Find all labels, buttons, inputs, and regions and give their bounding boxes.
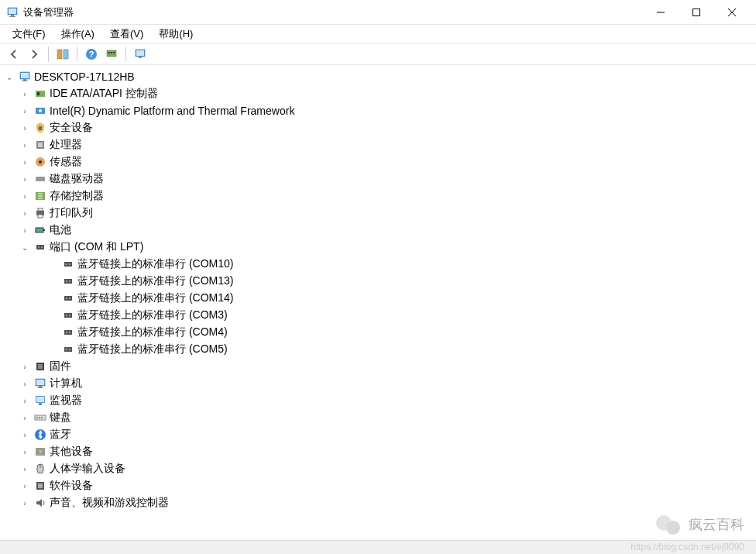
svg-rect-2: [11, 15, 14, 16]
tree-category[interactable]: ›计算机: [0, 375, 756, 392]
device-tree[interactable]: ⌄DESKTOP-17L12HB›IDE ATA/ATAPI 控制器›Intel…: [0, 65, 756, 540]
category-label: 声音、视频和游戏控制器: [50, 496, 169, 510]
minimize-icon: [657, 9, 665, 16]
expand-arrow-icon[interactable]: ›: [19, 207, 31, 219]
properties-button[interactable]: [131, 45, 149, 64]
tree-category[interactable]: ›处理器: [0, 136, 756, 153]
expand-arrow-icon[interactable]: ›: [19, 480, 31, 492]
menu-view[interactable]: 查看(V): [102, 26, 151, 43]
menubar: 文件(F) 操作(A) 查看(V) 帮助(H): [0, 25, 756, 43]
tree-category[interactable]: ›监视器: [0, 392, 756, 409]
scan-hardware-icon: [105, 48, 118, 60]
tree-category[interactable]: ›人体学输入设备: [0, 460, 756, 477]
tree-category[interactable]: ›软件设备: [0, 477, 756, 494]
svg-rect-29: [38, 143, 43, 147]
svg-point-47: [66, 280, 67, 282]
scan-button[interactable]: [102, 45, 121, 64]
maximize-button[interactable]: [679, 0, 714, 25]
svg-rect-69: [39, 403, 42, 405]
expand-arrow-icon[interactable]: ›: [19, 463, 31, 475]
expand-arrow-icon[interactable]: ›: [19, 394, 31, 407]
expand-arrow-icon[interactable]: ›: [19, 446, 31, 458]
expand-arrow-icon[interactable]: ›: [19, 428, 31, 441]
tree-category[interactable]: ›蓝牙: [0, 426, 756, 443]
svg-rect-68: [36, 397, 44, 402]
expand-arrow-icon[interactable]: ›: [19, 88, 31, 100]
svg-rect-8: [57, 50, 62, 59]
wechat-icon: [655, 511, 682, 539]
root-label: DESKTOP-17L12HB: [34, 71, 135, 83]
expand-arrow-icon[interactable]: ›: [19, 411, 31, 424]
svg-point-53: [66, 315, 67, 316]
expand-arrow-icon[interactable]: ›: [19, 105, 31, 117]
menu-action[interactable]: 操作(A): [53, 26, 102, 43]
expand-arrow-icon[interactable]: ›: [19, 173, 31, 185]
svg-point-26: [39, 109, 42, 112]
tree-device[interactable]: 蓝牙链接上的标准串行 (COM5): [0, 341, 756, 358]
expand-arrow-icon[interactable]: ›: [19, 224, 31, 236]
tree-category[interactable]: ›存储控制器: [0, 188, 756, 205]
tree-category[interactable]: ›固件: [0, 358, 756, 375]
svg-rect-21: [23, 79, 26, 81]
category-label: Intel(R) Dynamic Platform and Thermal Fr…: [50, 105, 294, 117]
tree-category[interactable]: ›IDE ATA/ATAPI 控制器: [0, 85, 756, 102]
tree-category[interactable]: ⌄端口 (COM 和 LPT): [0, 239, 756, 256]
toolbar-separator: [77, 46, 77, 62]
category-label: 人体学输入设备: [50, 462, 125, 476]
tree-category[interactable]: ›键盘: [0, 409, 756, 426]
expand-arrow-icon[interactable]: ⌄: [3, 71, 15, 83]
expand-arrow-icon[interactable]: ›: [19, 122, 31, 134]
tree-category[interactable]: ›?其他设备: [0, 443, 756, 460]
tree-device[interactable]: 蓝牙链接上的标准串行 (COM10): [0, 256, 756, 273]
svg-rect-18: [139, 57, 142, 58]
close-button[interactable]: [714, 0, 750, 25]
minimize-button[interactable]: [643, 0, 679, 25]
svg-rect-43: [64, 262, 72, 267]
tree-category[interactable]: ›声音、视频和游戏控制器: [0, 494, 756, 511]
expand-arrow-icon[interactable]: ›: [19, 377, 31, 390]
menu-help[interactable]: 帮助(H): [151, 26, 201, 43]
tree-category[interactable]: ›打印队列: [0, 205, 756, 222]
category-label: 固件: [50, 360, 71, 373]
tree-category[interactable]: ›磁盘驱动器: [0, 170, 756, 188]
expand-arrow-icon[interactable]: ›: [19, 497, 31, 509]
svg-point-56: [66, 332, 67, 333]
svg-rect-14: [111, 52, 112, 53]
close-icon: [728, 9, 736, 16]
back-button[interactable]: [5, 45, 23, 64]
menu-file[interactable]: 文件(F): [5, 26, 53, 43]
expand-arrow-icon[interactable]: ⌄: [19, 241, 31, 253]
tree-device[interactable]: 蓝牙链接上的标准串行 (COM3): [0, 307, 756, 324]
tree-category[interactable]: ›传感器: [0, 153, 756, 170]
expand-arrow-icon[interactable]: ›: [19, 139, 31, 151]
tree-device[interactable]: 蓝牙链接上的标准串行 (COM14): [0, 290, 756, 307]
tree-category[interactable]: ›Intel(R) Dynamic Platform and Thermal F…: [0, 102, 756, 119]
forward-arrow-icon: [28, 48, 40, 60]
svg-rect-73: [41, 417, 43, 418]
svg-rect-80: [38, 483, 43, 488]
tree-device[interactable]: 蓝牙链接上的标准串行 (COM4): [0, 324, 756, 341]
help-button[interactable]: ?: [82, 45, 101, 64]
svg-point-33: [43, 178, 44, 180]
expand-arrow-icon[interactable]: ›: [19, 360, 31, 373]
svg-rect-49: [64, 296, 72, 301]
svg-point-31: [39, 160, 42, 163]
svg-point-42: [41, 246, 43, 248]
tree-category[interactable]: ›电池: [0, 222, 756, 239]
expand-arrow-icon[interactable]: ›: [19, 190, 31, 202]
tree-root[interactable]: ⌄DESKTOP-17L12HB: [0, 68, 756, 85]
svg-rect-36: [38, 208, 43, 211]
expand-arrow-icon[interactable]: ›: [19, 156, 31, 168]
forward-button[interactable]: [25, 45, 43, 64]
svg-text:?: ?: [39, 449, 43, 456]
tree-device[interactable]: 蓝牙链接上的标准串行 (COM13): [0, 273, 756, 290]
tree-category[interactable]: ›安全设备: [0, 119, 756, 136]
svg-rect-39: [43, 229, 45, 231]
window-controls: [643, 0, 750, 25]
svg-rect-24: [37, 92, 40, 95]
category-label: IDE ATA/ATAPI 控制器: [50, 87, 158, 101]
help-icon: ?: [85, 48, 98, 60]
show-hide-button[interactable]: [53, 45, 72, 64]
category-label: 处理器: [50, 138, 82, 152]
toolbar: ?: [0, 43, 756, 65]
